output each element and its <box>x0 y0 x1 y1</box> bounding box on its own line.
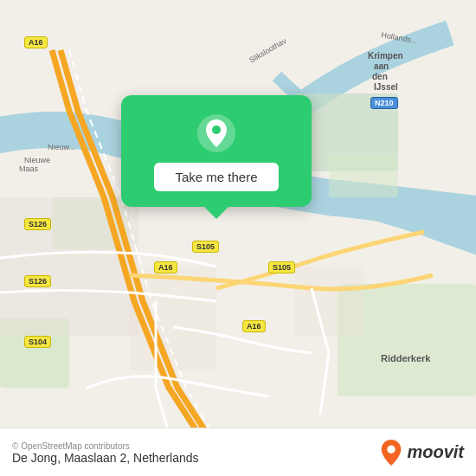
svg-text:Krimpen: Krimpen <box>368 51 403 61</box>
info-bar: © OpenStreetMap contributors De Jong, Ma… <box>0 428 476 476</box>
svg-text:aan: aan <box>374 61 389 71</box>
take-me-there-button[interactable]: Take me there <box>154 163 278 191</box>
road-badge-s126-top: S126 <box>24 218 51 230</box>
road-badge-a16-mid: A16 <box>154 261 177 273</box>
map-container: Nieuwe Maas Nieuw... Sliksloothaν Krimpe… <box>0 0 476 476</box>
copyright-text: © OpenStreetMap contributors <box>12 441 199 451</box>
road-badge-s126-bot: S126 <box>24 275 51 287</box>
road-badge-s105-top: S105 <box>192 241 219 253</box>
moovit-logo: moovit <box>379 439 464 466</box>
address-text: De Jong, Maaslaan 2, Netherlands <box>12 451 199 465</box>
svg-text:den: den <box>372 72 388 81</box>
info-left: © OpenStreetMap contributors De Jong, Ma… <box>12 440 199 465</box>
moovit-pin-icon <box>379 439 403 466</box>
road-badge-n210: N210 <box>370 97 398 109</box>
svg-text:Ridderkerk: Ridderkerk <box>381 353 431 363</box>
svg-text:Nieuw...: Nieuw... <box>48 143 75 151</box>
map-svg: Nieuwe Maas Nieuw... Sliksloothaν Krimpe… <box>0 0 476 476</box>
road-badge-s104: S104 <box>24 336 51 348</box>
svg-point-20 <box>212 125 221 134</box>
svg-rect-5 <box>329 154 398 197</box>
road-badge-a16-bot: A16 <box>242 320 266 332</box>
road-badge-s105-bot: S105 <box>268 261 295 273</box>
svg-text:Nieuwe: Nieuwe <box>24 156 50 164</box>
svg-text:Maas: Maas <box>19 164 39 173</box>
svg-rect-8 <box>294 267 363 336</box>
svg-point-21 <box>388 445 396 453</box>
popup-card: Take me there <box>121 95 312 207</box>
moovit-brand-name: moovit <box>407 442 464 462</box>
svg-text:IJssel: IJssel <box>374 82 398 92</box>
road-badge-a16-top: A16 <box>24 36 48 48</box>
location-pin-icon <box>196 113 237 154</box>
